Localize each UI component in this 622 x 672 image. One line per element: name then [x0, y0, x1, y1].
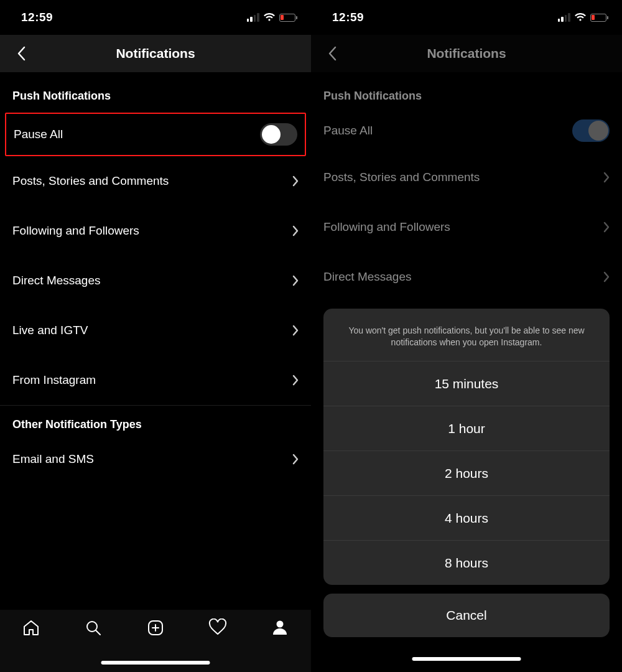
sheet-option-15min[interactable]: 15 minutes [323, 361, 610, 406]
home-indicator[interactable] [101, 661, 210, 665]
svg-point-5 [277, 621, 284, 628]
row-pause-all-label: Pause All [323, 124, 373, 138]
sheet-group: You won't get push notifications, but yo… [323, 309, 610, 585]
tab-bar [0, 610, 311, 672]
row-following[interactable]: Following and Followers [0, 206, 311, 256]
row-email-sms-label: Email and SMS [12, 452, 94, 466]
row-dm: Direct Messages [311, 252, 622, 302]
dimmed-content: Push Notifications Pause All Posts, Stor… [311, 72, 622, 302]
sheet-message: You won't get push notifications, but yo… [323, 309, 610, 361]
pause-all-toggle[interactable] [260, 123, 297, 146]
section-other-title: Other Notification Types [0, 406, 311, 437]
tab-create[interactable] [137, 618, 174, 637]
pause-all-highlight: Pause All [5, 113, 306, 156]
chevron-right-icon [292, 275, 299, 286]
nav-header: Notifications [311, 35, 622, 72]
row-pause-all: Pause All [311, 109, 622, 152]
battery-icon [279, 14, 298, 22]
tab-activity[interactable] [199, 618, 236, 636]
sheet-option-2hr[interactable]: 2 hours [323, 450, 610, 495]
screenshot-left: 12:59 Notifications Push Notifications [0, 0, 311, 672]
chevron-right-icon [292, 225, 299, 236]
row-pause-all-label: Pause All [14, 128, 63, 141]
row-pause-all[interactable]: Pause All [6, 114, 305, 155]
sheet-cancel-button[interactable]: Cancel [323, 594, 610, 637]
row-email-sms[interactable]: Email and SMS [0, 437, 311, 481]
cellular-icon [558, 13, 570, 22]
chevron-right-icon [292, 375, 299, 386]
tab-search[interactable] [75, 618, 112, 637]
page-title: Notifications [116, 46, 195, 60]
page-title: Notifications [427, 46, 506, 60]
svg-line-1 [96, 630, 100, 635]
status-bar: 12:59 [311, 0, 622, 35]
row-dm-label: Direct Messages [323, 270, 412, 284]
wifi-icon [574, 13, 587, 22]
status-time: 12:59 [21, 11, 53, 24]
sheet-option-4hr[interactable]: 4 hours [323, 495, 610, 540]
status-icons [247, 13, 298, 22]
sheet-option-1hr[interactable]: 1 hour [323, 406, 610, 450]
row-live-label: Live and IGTV [12, 324, 88, 337]
status-icons [558, 13, 609, 22]
chevron-right-icon [603, 222, 610, 233]
battery-icon [590, 14, 609, 22]
sheet-option-8hr[interactable]: 8 hours [323, 540, 610, 585]
chevron-right-icon [292, 325, 299, 336]
tab-profile[interactable] [261, 618, 299, 636]
row-from-ig[interactable]: From Instagram [0, 355, 311, 405]
chevron-right-icon [603, 271, 610, 282]
row-posts[interactable]: Posts, Stories and Comments [0, 156, 311, 206]
chevron-right-icon [603, 172, 610, 183]
row-following: Following and Followers [311, 202, 622, 252]
pause-duration-sheet: You won't get push notifications, but yo… [323, 309, 610, 637]
row-live[interactable]: Live and IGTV [0, 306, 311, 355]
row-posts-label: Posts, Stories and Comments [323, 170, 480, 184]
row-dm-label: Direct Messages [12, 274, 101, 287]
wifi-icon [263, 13, 276, 22]
screenshot-right: 12:59 Notifications P [311, 0, 622, 672]
status-time: 12:59 [332, 11, 364, 24]
home-indicator[interactable] [412, 657, 521, 661]
section-push-title: Push Notifications [311, 72, 622, 109]
row-following-label: Following and Followers [323, 220, 450, 234]
tab-home[interactable] [12, 618, 50, 637]
back-button[interactable] [12, 45, 30, 62]
row-posts: Posts, Stories and Comments [311, 152, 622, 202]
cellular-icon [247, 13, 259, 22]
row-dm[interactable]: Direct Messages [0, 256, 311, 306]
row-following-label: Following and Followers [12, 224, 139, 238]
nav-header: Notifications [0, 35, 311, 72]
pause-all-toggle [572, 119, 610, 142]
row-from-ig-label: From Instagram [12, 373, 96, 387]
row-posts-label: Posts, Stories and Comments [12, 174, 169, 188]
status-bar: 12:59 [0, 0, 311, 35]
section-push-title: Push Notifications [0, 72, 311, 109]
back-button [323, 45, 341, 62]
chevron-right-icon [292, 454, 299, 465]
chevron-right-icon [292, 175, 299, 187]
